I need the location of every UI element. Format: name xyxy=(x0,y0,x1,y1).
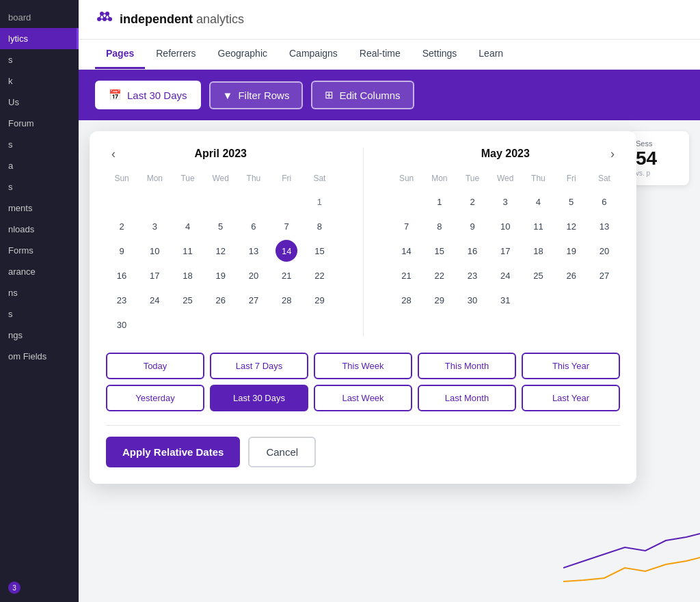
prev-month-button[interactable]: ‹ xyxy=(106,144,121,164)
cal-day[interactable]: 7 xyxy=(396,215,418,237)
cal-day[interactable]: 10 xyxy=(144,240,165,262)
sidebar-item-ns[interactable]: ns xyxy=(0,282,79,303)
cal-day[interactable]: 10 xyxy=(494,215,516,237)
cal-day[interactable]: 13 xyxy=(243,240,265,262)
date-range-button[interactable]: 📅 Last 30 Days xyxy=(95,81,201,109)
sidebar-item-s2[interactable]: s xyxy=(0,134,79,155)
cal-day[interactable]: 11 xyxy=(527,215,549,237)
cal-day[interactable]: 6 xyxy=(243,215,265,237)
sidebar-item-s1[interactable]: s xyxy=(0,49,79,70)
cal-day[interactable]: 13 xyxy=(593,215,615,237)
tab-realtime[interactable]: Real-time xyxy=(349,40,412,69)
cal-day[interactable]: 2 xyxy=(461,191,483,213)
cal-day[interactable]: 20 xyxy=(593,240,615,262)
last-month-button[interactable]: Last Month xyxy=(418,385,516,411)
cal-day[interactable]: 17 xyxy=(144,264,165,286)
cal-day[interactable]: 22 xyxy=(429,264,450,286)
cal-day[interactable]: 23 xyxy=(111,289,133,311)
last-year-button[interactable]: Last Year xyxy=(522,385,620,411)
this-week-button[interactable]: This Week xyxy=(314,353,412,379)
cal-day[interactable]: 25 xyxy=(527,264,549,286)
cal-day[interactable]: 19 xyxy=(210,264,232,286)
next-month-button[interactable]: › xyxy=(605,144,620,164)
cal-day[interactable]: 8 xyxy=(429,215,450,237)
cal-day[interactable]: 7 xyxy=(275,215,297,237)
cal-day[interactable]: 31 xyxy=(494,289,516,311)
sidebar-item-custom-fields[interactable]: om Fields xyxy=(0,346,79,367)
sidebar-item-forms[interactable]: Forms xyxy=(0,240,79,261)
cal-day[interactable]: 21 xyxy=(396,264,418,286)
cal-day[interactable]: 4 xyxy=(527,191,549,213)
cal-day[interactable]: 21 xyxy=(275,264,297,286)
sidebar-item-a[interactable]: a xyxy=(0,155,79,176)
last-week-button[interactable]: Last Week xyxy=(314,385,412,411)
cal-day[interactable]: 18 xyxy=(177,264,199,286)
sidebar-item-arance[interactable]: arance xyxy=(0,261,79,282)
tab-settings[interactable]: Settings xyxy=(412,40,468,69)
cal-day[interactable]: 12 xyxy=(561,215,582,237)
cal-day[interactable]: 22 xyxy=(308,264,330,286)
tab-pages[interactable]: Pages xyxy=(95,40,145,69)
cal-day[interactable]: 23 xyxy=(461,264,483,286)
cal-day[interactable]: 14 xyxy=(396,240,418,262)
cal-day[interactable]: 28 xyxy=(275,289,297,311)
cal-day[interactable]: 5 xyxy=(561,191,582,213)
cal-day[interactable]: 3 xyxy=(144,215,165,237)
cal-day[interactable]: 19 xyxy=(561,240,582,262)
tab-learn[interactable]: Learn xyxy=(468,40,514,69)
apply-relative-dates-button[interactable]: Apply Relative Dates xyxy=(106,437,240,467)
cal-day[interactable]: 30 xyxy=(461,289,483,311)
this-month-button[interactable]: This Month xyxy=(418,353,516,379)
cal-day[interactable]: 29 xyxy=(308,289,330,311)
sidebar-item-dashboard[interactable]: board xyxy=(0,7,79,28)
cal-day[interactable]: 9 xyxy=(111,240,133,262)
cal-day[interactable]: 18 xyxy=(527,240,549,262)
yesterday-button[interactable]: Yesterday xyxy=(106,385,204,411)
cal-day[interactable]: 1 xyxy=(429,191,450,213)
cal-day[interactable]: 26 xyxy=(210,289,232,311)
cal-day[interactable]: 24 xyxy=(494,264,516,286)
cal-day[interactable]: 1 xyxy=(308,191,330,213)
sidebar-item-k[interactable]: k xyxy=(0,70,79,92)
cal-day[interactable]: 16 xyxy=(461,240,483,262)
this-year-button[interactable]: This Year xyxy=(522,353,620,379)
last-30-days-button[interactable]: Last 30 Days xyxy=(210,385,308,411)
sidebar-item-s4[interactable]: s xyxy=(0,303,79,325)
sidebar-item-s3[interactable]: s xyxy=(0,176,79,197)
cal-day[interactable]: 4 xyxy=(177,215,199,237)
cal-day[interactable]: 12 xyxy=(210,240,232,262)
tab-referrers[interactable]: Referrers xyxy=(145,40,206,69)
cal-day[interactable]: 6 xyxy=(593,191,615,213)
today-button[interactable]: Today xyxy=(106,353,204,379)
cal-day[interactable]: 17 xyxy=(494,240,516,262)
sidebar-item-nloads[interactable]: nloads xyxy=(0,219,79,240)
cal-day[interactable]: 16 xyxy=(111,264,133,286)
cal-day[interactable]: 25 xyxy=(177,289,199,311)
cal-day[interactable]: 30 xyxy=(111,314,133,336)
cal-day[interactable]: 15 xyxy=(429,240,450,262)
cal-day[interactable]: 11 xyxy=(177,240,199,262)
last-7-days-button[interactable]: Last 7 Days xyxy=(210,353,308,379)
sidebar-item-ngs[interactable]: ngs xyxy=(0,325,79,346)
cal-day[interactable]: 27 xyxy=(243,289,265,311)
cal-day[interactable]: 3 xyxy=(494,191,516,213)
cal-day[interactable]: 9 xyxy=(461,215,483,237)
cal-day[interactable]: 28 xyxy=(396,289,418,311)
cal-day[interactable]: 24 xyxy=(144,289,165,311)
sidebar-item-analytics[interactable]: lytics xyxy=(0,28,79,49)
tab-geographic[interactable]: Geographic xyxy=(207,40,278,69)
cal-day-selected[interactable]: 14 xyxy=(275,240,297,262)
cal-day[interactable]: 20 xyxy=(243,264,265,286)
cal-day[interactable]: 26 xyxy=(561,264,582,286)
tab-campaigns[interactable]: Campaigns xyxy=(278,40,349,69)
sidebar-item-forum[interactable]: Forum xyxy=(0,113,79,134)
cal-day[interactable]: 5 xyxy=(210,215,232,237)
sidebar-item-us[interactable]: Us xyxy=(0,92,79,113)
edit-columns-button[interactable]: ⊞ Edit Columns xyxy=(311,81,414,109)
cal-day[interactable]: 29 xyxy=(429,289,450,311)
cal-day[interactable]: 2 xyxy=(111,215,133,237)
cal-day[interactable]: 15 xyxy=(308,240,330,262)
cancel-button[interactable]: Cancel xyxy=(248,437,316,467)
filter-rows-button[interactable]: ▼ Filter Rows xyxy=(209,81,304,109)
cal-day[interactable]: 27 xyxy=(593,264,615,286)
